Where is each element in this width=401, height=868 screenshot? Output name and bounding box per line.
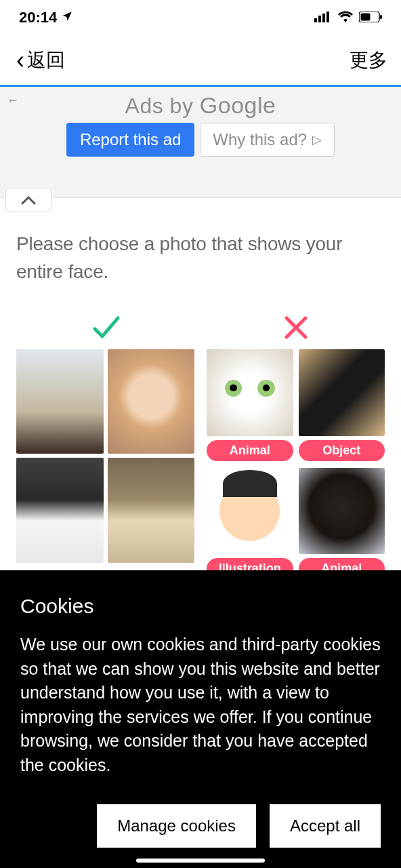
bad-photo xyxy=(299,468,385,555)
nav-bar: ‹ 返回 更多 xyxy=(0,35,401,87)
cookie-text: We use our own cookies and third-party c… xyxy=(20,633,381,777)
ad-panel: ← Ads by Google Report this ad Why this … xyxy=(0,87,401,198)
more-button[interactable]: 更多 xyxy=(350,47,387,73)
svg-rect-1 xyxy=(318,16,321,22)
battery-icon xyxy=(359,9,382,26)
status-bar: 20:14 xyxy=(0,0,401,35)
adchoices-icon: ▷ xyxy=(312,132,322,147)
collapse-ad-button[interactable] xyxy=(5,188,51,212)
chevron-up-icon xyxy=(21,195,36,205)
check-icon xyxy=(91,313,121,342)
status-time: 20:14 xyxy=(19,9,57,26)
bad-photo xyxy=(207,468,293,555)
bad-photo xyxy=(299,349,385,436)
home-indicator[interactable] xyxy=(136,859,265,863)
manage-cookies-button[interactable]: Manage cookies xyxy=(97,804,256,848)
cellular-icon xyxy=(314,9,332,26)
svg-rect-2 xyxy=(322,14,325,22)
good-photo xyxy=(16,349,104,454)
bad-photo xyxy=(207,349,293,436)
svg-rect-0 xyxy=(314,18,317,22)
bad-examples-column: Animal Object Illustration Animal xyxy=(207,313,385,579)
svg-rect-5 xyxy=(361,14,371,21)
accept-all-button[interactable]: Accept all xyxy=(270,804,381,848)
instruction-text: Please choose a photo that shows your en… xyxy=(16,231,385,285)
good-photo xyxy=(108,349,195,454)
back-button[interactable]: ‹ 返回 xyxy=(16,47,65,73)
cookie-banner: Cookies We use our own cookies and third… xyxy=(0,570,401,868)
ad-back-arrow-icon[interactable]: ← xyxy=(7,94,19,108)
chevron-left-icon: ‹ xyxy=(16,48,24,73)
good-examples-column xyxy=(16,313,194,579)
location-icon xyxy=(61,9,73,26)
good-photo xyxy=(16,458,104,562)
cookie-title: Cookies xyxy=(20,595,381,618)
back-label: 返回 xyxy=(27,47,65,73)
more-label: 更多 xyxy=(350,50,387,71)
svg-rect-3 xyxy=(326,12,329,22)
examples-section: Animal Object Illustration Animal xyxy=(16,313,385,579)
report-ad-button[interactable]: Report this ad xyxy=(66,123,194,157)
svg-rect-6 xyxy=(380,15,382,19)
why-this-ad-button[interactable]: Why this ad? ▷ xyxy=(200,123,335,157)
wifi-icon xyxy=(337,9,354,26)
bad-label: Animal xyxy=(207,440,293,461)
bad-label: Object xyxy=(299,440,385,461)
good-photo xyxy=(108,458,195,562)
cross-icon xyxy=(281,313,311,342)
ads-by-label: Ads by Google xyxy=(0,92,401,119)
